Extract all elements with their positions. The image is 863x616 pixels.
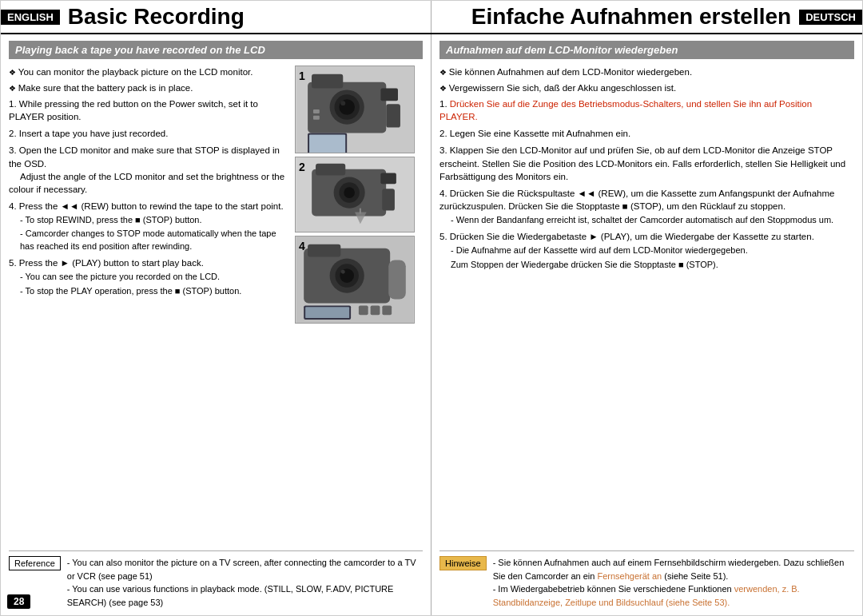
right-step-4: 4. Drücken Sie die Rückspultaste ◄◄ (REW… <box>439 187 848 227</box>
camera-image-2 <box>296 157 414 232</box>
image-label-4: 4 <box>299 240 305 252</box>
right-bullet-2: Vergewissern Sie sich, daß der Akku ange… <box>439 81 848 94</box>
image-4: 4 <box>295 236 415 324</box>
page-number: 28 <box>7 594 30 609</box>
svg-rect-12 <box>309 134 345 153</box>
svg-rect-25 <box>308 244 340 257</box>
svg-rect-35 <box>388 260 406 299</box>
header-english-section: ENGLISH Basic Recording <box>1 1 432 33</box>
right-section-title: Aufnahmen auf dem LCD-Monitor wiedergebe… <box>439 41 854 59</box>
right-step-3: 3. Klappen Sie den LCD-Monitor auf und p… <box>439 144 848 182</box>
svg-rect-2 <box>312 74 343 89</box>
svg-rect-15 <box>316 164 345 176</box>
image-label-1: 1 <box>299 70 305 82</box>
reference-badge: Reference <box>9 556 61 570</box>
left-images: 1 <box>295 66 423 544</box>
title-english: Basic Recording <box>68 1 431 33</box>
svg-rect-7 <box>380 88 398 101</box>
reference-text: - You can also monitor the picture on a … <box>67 556 423 609</box>
right-step-5: 5. Drücken Sie die Wiedergabetaste ► (PL… <box>439 230 848 271</box>
left-column: Playing back a tape you have recorded on… <box>1 34 432 615</box>
svg-rect-32 <box>359 305 368 315</box>
left-text-content: You can monitor the playback picture on … <box>9 66 295 544</box>
right-step-1: 1. Drücken Sie auf die Zunge des Betrieb… <box>439 97 848 123</box>
right-step-2: 2. Legen Sie eine Kassette mit Aufnahmen… <box>439 127 848 140</box>
right-text-content: Sie können Aufnahmen auf dem LCD-Monitor… <box>439 66 854 544</box>
hinweise-link-1: Fernsehgerät an <box>598 571 662 581</box>
camera-image-1 <box>296 66 414 153</box>
image-2: 2 <box>295 157 415 232</box>
svg-point-18 <box>344 187 355 198</box>
hinweise-section: Hinweise - Sie können Aufnahmen auch auf… <box>439 550 854 609</box>
left-section-title: Playing back a tape you have recorded on… <box>9 41 423 59</box>
svg-rect-19 <box>380 173 396 185</box>
svg-rect-31 <box>305 307 349 318</box>
left-bullet-1: You can monitor the playback picture on … <box>9 66 288 78</box>
svg-rect-9 <box>313 109 320 113</box>
hinweise-text: - Sie können Aufnahmen auch auf einem Fe… <box>493 556 854 609</box>
lang-badge-english: ENGLISH <box>1 10 60 25</box>
right-bullet-1: Sie können Aufnahmen auf dem LCD-Monitor… <box>439 66 848 78</box>
svg-rect-8 <box>386 104 400 127</box>
title-deutsch: Einfache Aufnahmen erstellen <box>432 1 799 33</box>
svg-point-29 <box>341 270 345 274</box>
left-bullet-2: Make sure that the battery pack is in pl… <box>9 81 288 94</box>
right-column: Aufnahmen auf dem LCD-Monitor wiedergebe… <box>432 34 862 615</box>
left-step-1: 1. While pressing the red button on the … <box>9 97 288 123</box>
left-step-3: 3. Open the LCD monitor and make sure th… <box>9 144 288 195</box>
right-step-1-text: Drücken Sie auf die Zunge des Betriebsmo… <box>439 99 812 121</box>
left-step-4: 4. Press the ◄◄ (REW) button to rewind t… <box>9 200 288 252</box>
reference-section: Reference - You can also monitor the pic… <box>9 550 423 609</box>
svg-rect-20 <box>382 189 395 210</box>
svg-rect-33 <box>371 305 380 315</box>
image-label-2: 2 <box>299 161 305 173</box>
camera-image-4 <box>296 236 414 323</box>
svg-point-6 <box>340 101 345 105</box>
left-step-5: 5. Press the ► (PLAY) button to start pl… <box>9 256 288 297</box>
svg-rect-34 <box>382 305 392 315</box>
left-step-2: 2. Insert a tape you have just recorded. <box>9 127 288 140</box>
hinweise-link-2: verwenden, z. B. Standbildanzeige, Zeitl… <box>493 584 800 607</box>
lang-badge-deutsch: DEUTSCH <box>799 10 862 25</box>
hinweise-badge: Hinweise <box>439 556 487 570</box>
svg-rect-10 <box>313 116 320 120</box>
header-deutsch-section: Einfache Aufnahmen erstellen DEUTSCH <box>432 1 862 33</box>
image-1: 1 <box>295 66 415 153</box>
